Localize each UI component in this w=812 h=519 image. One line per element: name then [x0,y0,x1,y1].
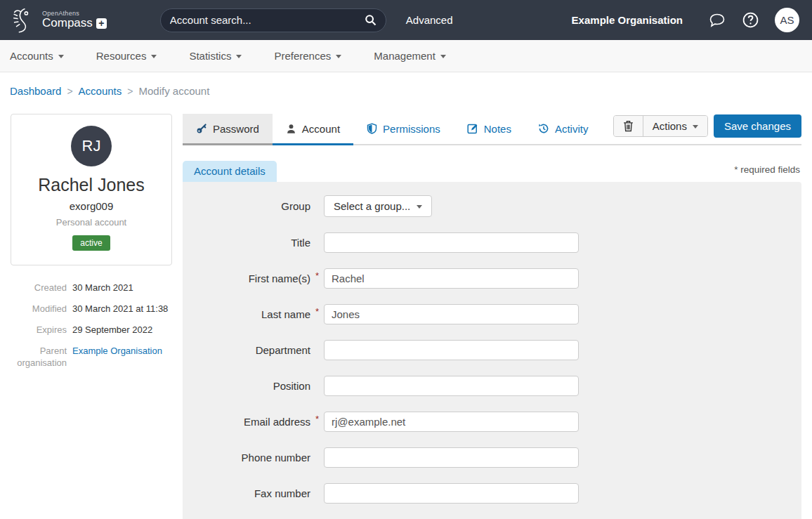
chat-bubble-icon [708,12,726,29]
user-avatar[interactable]: AS [775,8,799,32]
required-marker: * [315,270,319,281]
nav-statistics[interactable]: Statistics [189,50,242,62]
search-input[interactable] [170,14,365,26]
parent-organisation-link[interactable]: Example Organisation [72,346,162,356]
tab-account[interactable]: Account [273,114,353,145]
tab-activity[interactable]: Activity [525,114,602,145]
openathens-logo-icon [10,6,38,35]
first-name-input[interactable] [324,268,579,289]
title-label: Title [183,237,310,249]
help-button[interactable] [742,11,759,29]
top-header-bar: OpenAthens Compass + Advanced Example Or… [0,0,812,40]
brand-logo[interactable]: OpenAthens Compass + [10,6,107,35]
profile-username: exorg009 [17,200,166,212]
fax-label: Fax number [183,487,310,499]
tab-account-details[interactable]: Account details [183,161,277,182]
save-changes-button[interactable]: Save changes [714,114,801,138]
form-row-first-name: First name(s) * [183,268,801,289]
chevron-down-icon [440,55,446,58]
first-name-label: First name(s) * [183,272,310,284]
phone-label: Phone number [183,452,310,464]
required-marker: * [315,414,319,424]
person-icon [286,124,296,134]
chevron-down-icon [236,55,242,58]
account-details-panel: Group Select a group... Title First name… [183,182,801,519]
required-fields-note: * required fields [734,164,801,175]
phone-input[interactable] [324,447,579,468]
form-row-position: Position [183,376,801,396]
chevron-down-icon [151,55,157,58]
title-input[interactable] [324,232,579,253]
breadcrumb-separator: > [127,86,133,97]
actions-button[interactable]: Actions [643,116,707,136]
nav-preferences[interactable]: Preferences [274,50,341,62]
nav-resources[interactable]: Resources [96,50,157,62]
department-label: Department [183,344,310,356]
plus-box-icon: + [96,18,107,29]
group-label: Group [183,200,310,212]
help-icon [742,11,759,29]
profile-account-type: Personal account [17,217,166,228]
account-toolbar: Actions Save changes [613,114,801,138]
search-icon [365,14,376,26]
form-row-last-name: Last name * [183,304,801,324]
breadcrumb-dashboard[interactable]: Dashboard [10,85,61,97]
meta-row-parent-organisation: Parent organisation Example Organisation [11,346,172,369]
chevron-down-icon [58,55,64,58]
form-row-phone: Phone number [183,447,801,468]
delete-account-button[interactable] [614,116,643,136]
meta-row-created: Created 30 March 2021 [11,282,172,294]
breadcrumb-separator: > [67,86,72,97]
position-input[interactable] [324,376,579,396]
position-label: Position [183,380,310,392]
breadcrumb-accounts[interactable]: Accounts [79,85,122,97]
last-name-input[interactable] [324,304,579,324]
key-icon [196,123,207,134]
advanced-search-link[interactable]: Advanced [406,14,453,26]
breadcrumb: Dashboard > Accounts > Modify account [0,72,812,97]
form-row-fax: Fax number [183,483,801,504]
edit-note-icon [467,123,478,134]
trash-icon [623,120,634,132]
email-label: Email address * [183,416,310,428]
email-input[interactable] [324,412,579,432]
chevron-down-icon [336,55,341,58]
group-select[interactable]: Select a group... [324,195,432,217]
account-meta-list: Created 30 March 2021 Modified 30 March … [11,282,172,369]
search-button[interactable] [365,14,376,26]
chat-button[interactable] [708,12,726,29]
profile-card: RJ Rachel Jones exorg009 Personal accoun… [11,114,172,265]
profile-name: Rachel Jones [17,175,166,195]
form-row-group: Group Select a group... [183,195,801,217]
form-row-email: Email address * [183,412,801,432]
tab-notes[interactable]: Notes [454,114,525,145]
breadcrumb-current: Modify account [138,85,209,97]
status-badge: active [72,235,110,251]
chevron-down-icon [417,205,422,209]
fax-input[interactable] [324,483,579,504]
profile-avatar: RJ [71,126,112,166]
nav-accounts[interactable]: Accounts [10,50,64,62]
brand-name-label: Compass [42,17,93,29]
form-row-title: Title [183,232,801,253]
tab-password[interactable]: Password [183,114,273,145]
current-organisation-label: Example Organisation [572,14,683,26]
required-marker: * [315,306,319,317]
last-name-label: Last name * [183,308,310,320]
shield-icon [367,123,377,134]
meta-row-expires: Expires 29 September 2022 [11,324,172,336]
chevron-down-icon [693,125,698,129]
nav-management[interactable]: Management [374,50,446,62]
meta-row-modified: Modified 30 March 2021 at 11:38 [11,303,172,315]
main-navbar: Accounts Resources Statistics Preference… [0,40,812,72]
account-tabs: Password Account Permiss [183,114,801,145]
department-input[interactable] [324,340,579,360]
tab-permissions[interactable]: Permissions [353,114,454,145]
history-icon [538,123,549,134]
account-search-box [160,8,386,32]
form-row-department: Department [183,340,801,360]
